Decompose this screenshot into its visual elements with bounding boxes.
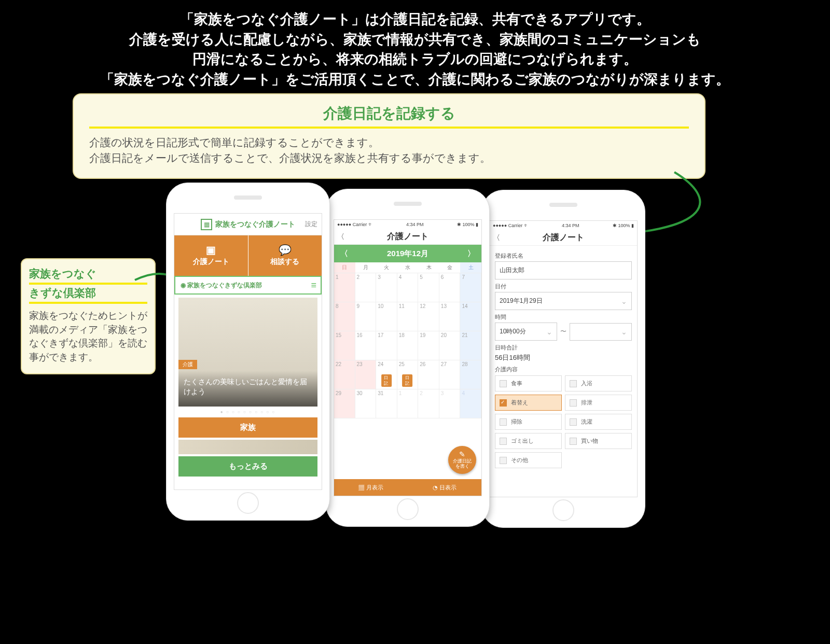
- intro-paragraph: 「家族をつなぐ介護ノート」は介護日記を記録、共有できるアプリです。 介護を受ける…: [26, 9, 804, 89]
- feature-title: 介護日記を記録する: [89, 104, 689, 129]
- day-view-tab[interactable]: ◔ 日表示: [408, 479, 481, 496]
- cal-cell[interactable]: 24日記: [376, 360, 397, 389]
- cal-cell[interactable]: 28: [460, 360, 481, 389]
- name-input[interactable]: 山田太郎: [495, 261, 632, 279]
- cal-cell[interactable]: 5: [418, 273, 439, 302]
- cal-cell[interactable]: 31: [376, 389, 397, 418]
- chevron-down-icon: ⌄: [546, 328, 552, 336]
- pencil-icon: ✎: [459, 451, 465, 458]
- cal-cell[interactable]: 30: [355, 389, 377, 418]
- checkbox-icon: [570, 438, 577, 445]
- cal-cell[interactable]: 11: [397, 302, 419, 331]
- cal-cell[interactable]: 4: [397, 273, 419, 302]
- chat-icon: 💬: [279, 245, 292, 255]
- cal-cell[interactable]: 10: [376, 302, 397, 331]
- cal-cell[interactable]: 26: [418, 360, 439, 389]
- time-to-select[interactable]: ⌄: [570, 323, 632, 341]
- cal-cell[interactable]: 14: [460, 302, 481, 331]
- label-time: 時間: [495, 313, 632, 321]
- opt-shop[interactable]: 買い物: [565, 433, 632, 449]
- calendar-footer: ▦ 月表示 ◔ 日表示: [334, 479, 481, 496]
- cal-cell[interactable]: 16: [355, 331, 377, 360]
- cal-cell[interactable]: 25日記: [397, 360, 419, 389]
- screen-title-bar: 〈 介護ノート: [490, 230, 637, 246]
- status-time: 4:34 PM: [562, 223, 579, 228]
- date-select[interactable]: 2019年1月29日⌄: [495, 292, 632, 310]
- write-diary-fab[interactable]: ✎介護日記 を書く: [448, 446, 476, 474]
- label-total: 日時合計: [495, 344, 632, 352]
- battery-label: ✱ 100% ▮: [613, 223, 634, 228]
- phone-speaker: [234, 195, 262, 200]
- cal-cell[interactable]: 12: [418, 302, 439, 331]
- month-label: 2019年12月: [387, 249, 428, 259]
- fab-label: 介護日記 を書く: [453, 459, 472, 469]
- cal-cell[interactable]: 21: [460, 331, 481, 360]
- article-tag: 介護: [178, 360, 197, 369]
- phone-speaker: [549, 203, 577, 207]
- status-time: 4:34 PM: [406, 222, 424, 227]
- cal-cell[interactable]: 27: [439, 360, 461, 389]
- calendar-grid: 1 2 3 4 5 6 7 8 9 10 11 12 13 14 15 16 1…: [334, 273, 481, 418]
- cal-cell[interactable]: 20: [439, 331, 461, 360]
- opt-meal[interactable]: 食事: [495, 375, 562, 391]
- article-card[interactable]: 介護 たくさんの美味しいごはんと愛情を届けよう: [178, 298, 317, 407]
- cal-cell[interactable]: 3: [439, 389, 461, 418]
- cal-cell[interactable]: 18: [397, 331, 419, 360]
- cal-cell[interactable]: 15: [334, 331, 355, 360]
- cal-cell[interactable]: 17: [376, 331, 397, 360]
- phone-calendar: ●●●●● Carrier ᯤ 4:34 PM ✱ 100% ▮ 〈 介護ノート…: [326, 189, 490, 527]
- article-thumbnail[interactable]: [178, 440, 317, 454]
- opt-other[interactable]: その他: [495, 452, 562, 468]
- label-content: 介護内容: [495, 366, 632, 373]
- cal-cell[interactable]: 6: [439, 273, 461, 302]
- tab-carenote[interactable]: ▣介護ノート: [174, 235, 248, 276]
- month-view-tab[interactable]: ▦ 月表示: [334, 479, 408, 496]
- opt-dress[interactable]: 着替え: [495, 395, 562, 411]
- checkbox-icon: [570, 399, 577, 407]
- cal-cell[interactable]: 1: [334, 273, 355, 302]
- tab-consult[interactable]: 💬相談する: [248, 235, 322, 276]
- more-button[interactable]: もっとみる: [178, 456, 317, 477]
- chevron-down-icon: ⌄: [621, 328, 627, 336]
- family-button[interactable]: 家族: [178, 417, 317, 438]
- time-from-select[interactable]: 10時00分⌄: [495, 323, 557, 341]
- back-button[interactable]: 〈: [337, 232, 344, 242]
- kizuna-bar[interactable]: ◉ 家族をつなぐきずな倶楽部 ≡: [174, 276, 322, 295]
- phone-home: ▦ 家族をつなぐ介護ノート 設定 ▣介護ノート 💬相談する ◉ 家族をつなぐきず…: [166, 183, 330, 521]
- opt-bath[interactable]: 入浴: [565, 375, 632, 391]
- checkbox-icon: [500, 380, 507, 387]
- settings-button[interactable]: 設定: [305, 220, 317, 229]
- menu-icon[interactable]: ≡: [311, 280, 316, 291]
- cal-cell[interactable]: 2: [418, 389, 439, 418]
- dow-tue: 火: [376, 262, 397, 273]
- opt-toilet[interactable]: 排泄: [565, 395, 632, 411]
- cal-cell[interactable]: 7: [460, 273, 481, 302]
- opt-clean[interactable]: 掃除: [495, 414, 562, 430]
- dow-sun: 日: [334, 262, 355, 273]
- tab-consult-label: 相談する: [270, 257, 299, 267]
- dow-row: 日 月 火 水 木 金 土: [334, 262, 481, 273]
- opt-laundry[interactable]: 洗濯: [565, 414, 632, 430]
- prev-month-button[interactable]: 〈: [340, 249, 348, 259]
- carrier-label: ●●●●● Carrier ᯤ: [493, 223, 529, 228]
- cal-cell[interactable]: 23: [355, 360, 377, 389]
- cal-cell[interactable]: 1: [397, 389, 419, 418]
- cal-cell[interactable]: 22: [334, 360, 355, 389]
- back-button[interactable]: 〈: [493, 233, 500, 243]
- chevron-down-icon: ⌄: [621, 297, 627, 305]
- cal-cell[interactable]: 9: [355, 302, 377, 331]
- opt-trash[interactable]: ゴミ出し: [495, 433, 562, 449]
- cal-cell[interactable]: 29: [334, 389, 355, 418]
- cal-cell[interactable]: 2: [355, 273, 377, 302]
- cal-cell[interactable]: 19: [418, 331, 439, 360]
- checkbox-icon: [500, 457, 507, 464]
- main-tabs: ▣介護ノート 💬相談する: [174, 235, 322, 276]
- dow-thu: 木: [418, 262, 439, 273]
- cal-cell[interactable]: 3: [376, 273, 397, 302]
- side-callout-body: 家族をつなぐためヒントが満載のメディア「家族をつなぐきずな倶楽部」を読む事ができ…: [29, 309, 147, 364]
- status-bar: ●●●●● Carrier ᯤ 4:34 PM ✱ 100% ▮: [334, 220, 481, 229]
- cal-cell[interactable]: 4: [460, 389, 481, 418]
- cal-cell[interactable]: 8: [334, 302, 355, 331]
- cal-cell[interactable]: 13: [439, 302, 461, 331]
- next-month-button[interactable]: 〉: [467, 249, 475, 259]
